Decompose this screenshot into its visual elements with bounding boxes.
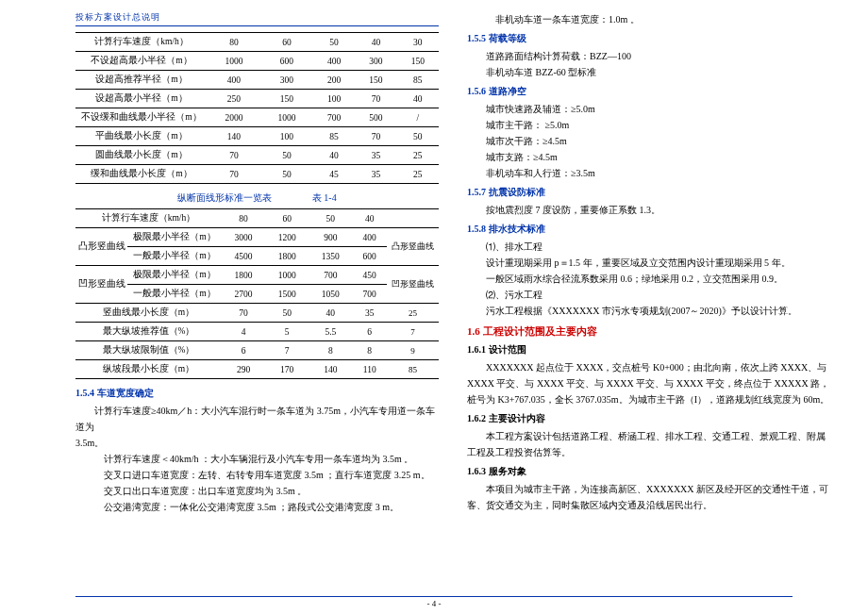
group-label: 凹形竖曲线: [75, 266, 127, 304]
cell: 70: [222, 304, 265, 323]
heading-1-6-3: 1.6.3 服务对象: [467, 465, 830, 478]
cell: 80: [208, 33, 260, 52]
cell: 8: [352, 341, 387, 360]
row-label: 极限最小半径（m）: [127, 266, 222, 285]
cell: 140: [208, 127, 260, 146]
table-vertical-profile: 计算行车速度（km/h）80605040凸形竖曲线极限最小半径（m）300012…: [75, 208, 439, 379]
cell: 450: [352, 266, 387, 285]
cell: 150: [397, 52, 439, 71]
cell: 500: [355, 108, 396, 127]
cell: 1800: [265, 247, 309, 266]
heading-1-5-5: 1.5.5 荷载等级: [467, 32, 830, 45]
cell: 400: [208, 71, 260, 90]
p-158-5: 污水工程根据《XXXXXXX 市污水专项规划(2007～2020)》予以设计计算…: [467, 303, 830, 319]
cell: 1800: [222, 266, 265, 285]
cell: 80: [222, 209, 265, 228]
cell: 150: [355, 71, 396, 90]
cell: 700: [309, 266, 352, 285]
cell: 700: [313, 108, 355, 127]
cell: 7: [265, 341, 309, 360]
cell: 200: [313, 71, 355, 90]
group-label: 凸形竖曲线: [75, 228, 127, 266]
p-161-1: XXXXXXX 起点位于 XXXX，交点桩号 K0+000；由北向南，依次上跨 …: [467, 359, 830, 407]
table-row: 凹形竖曲线极限最小半径（m）18001000700450凹形竖曲线: [75, 266, 439, 285]
row-label: 最大纵坡推荐值（%）: [75, 323, 222, 341]
row-label: 最大纵坡限制值（%）: [75, 341, 222, 360]
table-row: 不设缓和曲线最小半径（m）20001000700500/: [75, 108, 439, 127]
row-label: 极限最小半径（m）: [127, 228, 222, 247]
row-label: 计算行车速度（km/h）: [75, 209, 222, 228]
cell: /: [397, 108, 439, 127]
heading-1-5-7: 1.5.7 抗震设防标准: [467, 186, 830, 199]
table-row: 圆曲线最小长度（m）7050403525: [75, 146, 439, 165]
table-row: 最大纵坡推荐值（%）455.567: [75, 323, 439, 341]
table-row: 一般最小半径（m）450018001350600: [75, 247, 439, 266]
cell: 140: [309, 360, 352, 379]
p-156-4: 城市支路：≥4.5m: [467, 149, 830, 165]
p-158-1: ⑴、排水工程: [467, 239, 830, 255]
cell: 40: [397, 90, 439, 108]
note-cell: 凹形竖曲线: [387, 266, 439, 304]
p-154-5: 公交港湾宽度：一体化公交港湾宽度 3.5m ；路段式公交港湾宽度 3 m。: [75, 499, 439, 515]
cell: 2000: [208, 108, 260, 127]
table-row: 最大纵坡限制值（%）67889: [75, 341, 439, 360]
p-158-4: ⑵、污水工程: [467, 287, 830, 303]
row-label: 缓和曲线最小长度（m）: [75, 165, 208, 184]
table-row: 凸形竖曲线极限最小半径（m）30001200900400凸形竖曲线: [75, 228, 439, 247]
cell: 85: [313, 127, 355, 146]
cell: 170: [265, 360, 309, 379]
table-row: 计算行车速度（km/h）80605040: [75, 209, 439, 228]
p-156-2: 城市主干路： ≥5.0m: [467, 117, 830, 133]
row-label: 竖曲线最小长度（m）: [75, 304, 222, 323]
cell: 6: [222, 341, 265, 360]
cell: 85: [397, 71, 439, 90]
cell: 6: [352, 323, 387, 341]
cell: 60: [265, 209, 309, 228]
cell: 3000: [222, 228, 265, 247]
cell: 85: [387, 360, 439, 379]
cell: 60: [260, 33, 313, 52]
cell: 5: [265, 323, 309, 341]
cell: 1350: [309, 247, 352, 266]
table-row: 平曲线最小长度（m）140100857050: [75, 127, 439, 146]
p-154-1b: 3.5m。: [75, 435, 439, 451]
cell: 1500: [265, 285, 309, 304]
table-row: 竖曲线最小长度（m）7050403525: [75, 304, 439, 323]
cell: 700: [352, 285, 387, 304]
table-row: 计算行车速度（km/h）8060504030: [75, 33, 439, 52]
p-163-1: 本项目为城市主干路，为连接高新区、XXXXXXX 新区及经开区的交通性干道，可客…: [467, 481, 830, 513]
p-158-3: 一般区域雨水综合径流系数采用 0.6；绿地采用 0.2，立交范围采用 0.9。: [467, 271, 830, 287]
table-row: 缓和曲线最小长度（m）7050453525: [75, 165, 439, 184]
cell: 9: [387, 341, 439, 360]
cell: 300: [260, 71, 313, 90]
cell: 600: [260, 52, 313, 71]
cell: 1000: [260, 108, 313, 127]
table2-number: 表 1-4: [312, 192, 337, 203]
row-label: 平曲线最小长度（m）: [75, 127, 208, 146]
cell: 25: [397, 165, 439, 184]
p-158-2: 设计重现期采用 p＝1.5 年，重要区域及立交范围内设计重现期采用 5 年。: [467, 255, 830, 271]
cell: 250: [208, 90, 260, 108]
table-row: 不设超高最小半径（m）1000600400300150: [75, 52, 439, 71]
cell: 70: [355, 90, 396, 108]
cell: 5.5: [309, 323, 352, 341]
cell: 35: [355, 165, 396, 184]
cell: 4500: [222, 247, 265, 266]
cell: 25: [387, 304, 439, 323]
cell: 25: [397, 146, 439, 165]
table-row: 设超高推荐半径（m）40030020015085: [75, 71, 439, 90]
cell: 1000: [208, 52, 260, 71]
cell: 50: [397, 127, 439, 146]
cell: 290: [222, 360, 265, 379]
p-154-4: 交叉口出口车道宽度：出口车道宽度均为 3.5m 。: [75, 483, 439, 499]
table-row: 一般最小半径（m）270015001050700: [75, 285, 439, 304]
cell: 40: [352, 209, 387, 228]
cell: 40: [309, 304, 352, 323]
p-154-3: 交叉口进口车道宽度：左转、右转专用车道宽度 3.5m ；直行车道宽度 3.25 …: [75, 467, 439, 483]
p-154-2: 计算行车速度＜40km/h ：大小车辆混行及小汽车专用一条车道均为 3.5m 。: [75, 451, 439, 467]
cell: 70: [355, 127, 396, 146]
cell: 40: [313, 146, 355, 165]
cell: 1200: [265, 228, 309, 247]
cell: 400: [313, 52, 355, 71]
note-cell: 凸形竖曲线: [387, 228, 439, 266]
